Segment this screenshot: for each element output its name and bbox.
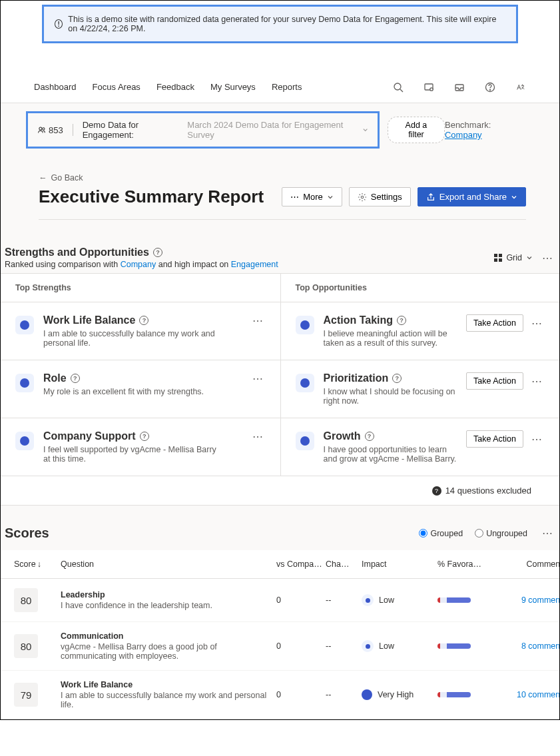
chevron-down-icon [362, 127, 368, 133]
more-icon[interactable]: ⋯ [250, 314, 266, 327]
more-icon[interactable]: ⋯ [250, 430, 266, 443]
svg-point-3 [430, 87, 433, 90]
more-icon[interactable]: ⋯ [529, 433, 545, 446]
excluded-questions[interactable]: ? 14 questions excluded [1, 476, 559, 506]
info-icon: ! [55, 19, 63, 29]
take-action-button[interactable]: Take Action [466, 314, 523, 332]
opportunity-title: Prioritization? [324, 372, 457, 384]
grouped-radio-input[interactable] [419, 529, 427, 538]
col-score[interactable]: Score↓ [14, 560, 58, 569]
export-button[interactable]: Export and Share [418, 187, 526, 206]
ungrouped-radio-input[interactable] [475, 529, 483, 538]
help-icon[interactable]: ? [139, 316, 148, 325]
impact-cell: Low [362, 594, 435, 606]
scores-table-body: 80LeadershipI have confidence in the lea… [1, 579, 559, 719]
more-button[interactable]: ⋯ More [282, 187, 342, 206]
comments-link[interactable]: 9 comments [500, 595, 560, 605]
category-icon [296, 432, 314, 450]
so-sub-engagement-link[interactable]: Engagement [231, 260, 278, 269]
ungrouped-radio[interactable]: Ungrouped [475, 529, 527, 538]
more-icon[interactable]: ⋯ [529, 375, 545, 388]
sort-down-icon: ↓ [37, 560, 41, 569]
help-icon[interactable]: ? [71, 374, 80, 383]
vs-company-cell: 0 [276, 595, 323, 605]
help-icon[interactable]: ? [397, 316, 406, 325]
survey-name: March 2024 Demo Data for Engagement Surv… [187, 120, 359, 140]
grid-view-toggle[interactable]: Grid [494, 253, 533, 262]
nav-focus-areas[interactable]: Focus Areas [93, 82, 140, 92]
nav-my-surveys[interactable]: My Surveys [210, 82, 256, 92]
impact-label: Very High [378, 690, 414, 699]
help-icon[interactable] [485, 82, 495, 93]
more-label: More [303, 192, 323, 202]
so-col-opportunities: Top Opportunities [280, 274, 560, 302]
search-icon[interactable] [393, 82, 404, 93]
share-icon [426, 192, 435, 202]
opportunity-desc: I believe meaningful action will be take… [324, 329, 457, 348]
help-icon[interactable]: ? [365, 432, 374, 441]
divider [73, 124, 73, 136]
so-sub-mid: and high impact on [156, 260, 231, 269]
col-favorable[interactable]: % Favora… [437, 560, 497, 569]
change-cell: -- [326, 690, 359, 699]
opportunity-title-text: Prioritization [324, 372, 389, 384]
favorable-cell [437, 643, 497, 649]
dots-icon: ⋯ [290, 192, 299, 202]
more-icon[interactable]: ⋯ [539, 527, 555, 540]
col-comments[interactable]: Comments [500, 560, 560, 569]
translate-icon[interactable] [515, 82, 526, 93]
more-icon[interactable]: ⋯ [529, 317, 545, 330]
more-icon[interactable]: ⋯ [250, 372, 266, 385]
so-section-header: Strengths and Opportunities ? Ranked usi… [1, 232, 559, 273]
col-vs-company[interactable]: vs Compa… [276, 560, 323, 569]
more-icon[interactable]: ⋯ [539, 252, 555, 264]
grouped-radio[interactable]: Grouped [419, 529, 463, 538]
grouped-label: Grouped [430, 529, 463, 538]
nav-reports[interactable]: Reports [272, 82, 302, 92]
svg-rect-11 [499, 254, 502, 257]
svg-rect-10 [494, 254, 497, 257]
nav-feedback[interactable]: Feedback [156, 82, 194, 92]
benchmark-link[interactable]: Company [445, 130, 482, 140]
so-sub-company-link[interactable]: Company [121, 260, 156, 269]
impact-cell: Very High [362, 689, 435, 700]
device-icon[interactable] [423, 82, 434, 93]
help-icon[interactable]: ? [392, 374, 402, 383]
score-badge: 79 [14, 683, 38, 707]
nav-icons [393, 82, 526, 93]
help-icon[interactable]: ? [153, 248, 162, 257]
nav-dashboard[interactable]: Dashboard [34, 82, 77, 92]
impact-cell: Low [362, 640, 435, 652]
question-title: Work Life Balance [61, 680, 274, 689]
table-row: 80LeadershipI have confidence in the lea… [1, 579, 559, 622]
demo-banner: ! This is a demo site with randomized da… [42, 5, 518, 43]
help-icon[interactable]: ? [140, 432, 149, 441]
col-impact[interactable]: Impact [362, 560, 435, 569]
category-icon [15, 374, 34, 392]
col-change[interactable]: Cha… [326, 560, 359, 569]
take-action-button[interactable]: Take Action [466, 430, 523, 448]
comments-link[interactable]: 10 comments [500, 690, 560, 699]
respondent-count: 853 [37, 125, 63, 135]
ungrouped-label: Ungrouped [486, 529, 527, 538]
header-actions: ⋯ More Settings Export and Share [282, 187, 526, 206]
people-icon [37, 126, 46, 135]
table-row: 80CommunicationvgAcme - Mellisa Barry do… [1, 622, 559, 671]
take-action-button[interactable]: Take Action [466, 372, 523, 390]
svg-rect-12 [494, 258, 497, 262]
score-badge: 80 [14, 634, 38, 658]
so-sub-prefix: Ranked using comparison with [5, 260, 121, 269]
benchmark: Benchmark: Company [445, 120, 526, 140]
col-question[interactable]: Question [61, 560, 274, 569]
grouping-radio: Grouped Ungrouped ⋯ [419, 527, 555, 540]
question-desc: vgAcme - Mellisa Barry does a good job o… [61, 642, 274, 661]
grid-label: Grid [506, 253, 522, 262]
inbox-icon[interactable] [454, 82, 465, 93]
add-filter-button[interactable]: Add a filter [388, 117, 445, 143]
settings-button[interactable]: Settings [349, 187, 411, 206]
survey-selector[interactable]: Demo Data for Engagement: March 2024 Dem… [83, 120, 368, 140]
comments-link[interactable]: 8 comments [500, 641, 560, 651]
question-desc: I have confidence in the leadership team… [61, 601, 274, 610]
go-back-link[interactable]: ← Go Back [39, 173, 83, 183]
opportunity-card: Action Taking? I believe meaningful acti… [280, 302, 560, 360]
